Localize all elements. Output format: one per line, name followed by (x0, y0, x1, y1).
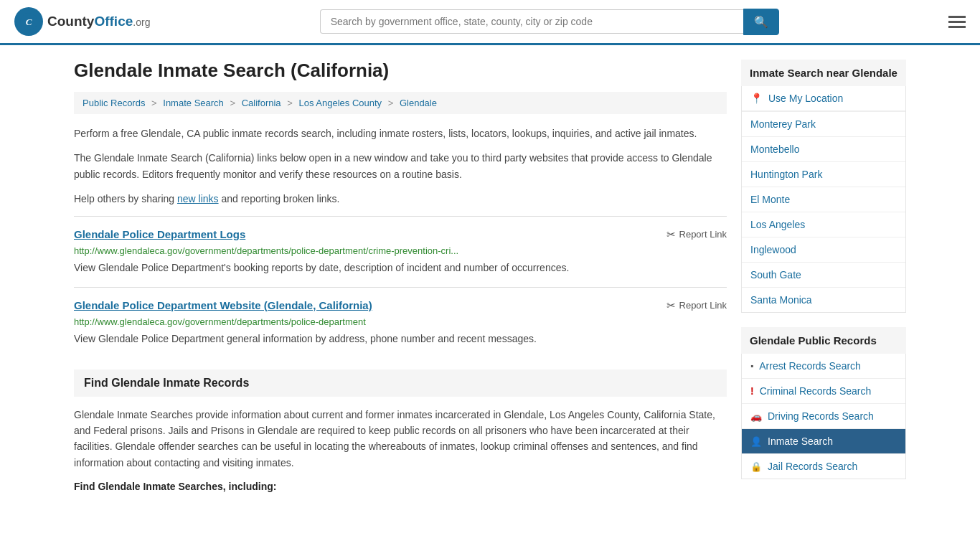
breadcrumb-sep-4: > (388, 98, 394, 108)
public-record-3[interactable]: 👤 Inmate Search (742, 429, 905, 454)
nearby-city-0[interactable]: Monterey Park (742, 112, 905, 137)
public-records-heading: Glendale Public Records (741, 327, 906, 354)
nearby-city-3[interactable]: El Monte (742, 187, 905, 212)
find-records-body: Glendale Inmate Searches provide informa… (74, 407, 727, 471)
resource-1-header: Glendale Police Department Logs ✂ Report… (74, 228, 727, 241)
find-records-section: Find Glendale Inmate Records Glendale In… (74, 369, 727, 493)
city-link-5[interactable]: Inglewood (742, 237, 905, 262)
criminal-records-link[interactable]: ! Criminal Records Search (742, 379, 905, 403)
car-icon: 🚗 (750, 411, 762, 422)
site-header: C CountyOffice.org 🔍 (0, 0, 980, 45)
use-my-location-link[interactable]: 📍 Use My Location (742, 86, 905, 111)
page-title: Glendale Inmate Search (California) (74, 60, 727, 82)
new-links-link[interactable]: new links (177, 193, 219, 204)
breadcrumb: Public Records > Inmate Search > Califor… (74, 92, 727, 114)
city-link-2[interactable]: Huntington Park (742, 162, 905, 187)
public-records-section: Glendale Public Records ▪ Arrest Records… (741, 327, 906, 479)
resource-2-desc: View Glendale Police Department general … (74, 331, 727, 347)
location-pin-icon: 📍 (750, 93, 763, 104)
arrest-icon: ▪ (750, 361, 753, 371)
city-link-3[interactable]: El Monte (742, 187, 905, 212)
nearby-city-2[interactable]: Huntington Park (742, 162, 905, 187)
resource-1-desc: View Glendale Police Department's bookin… (74, 260, 727, 276)
jail-records-label: Jail Records Search (768, 461, 857, 472)
criminal-icon: ! (750, 385, 754, 397)
nearby-cities-list: 📍 Use My Location Monterey Park Montebel… (741, 86, 906, 313)
report-link-1-label: Report Link (679, 229, 727, 240)
public-record-2[interactable]: 🚗 Driving Records Search (742, 404, 905, 429)
nearby-city-6[interactable]: South Gate (742, 263, 905, 288)
resource-2-header: Glendale Police Department Website (Glen… (74, 299, 727, 312)
desc-para1: Perform a free Glendale, CA public inmat… (74, 126, 727, 141)
logo-text: CountyOffice.org (47, 14, 150, 29)
report-link-2-label: Report Link (679, 300, 727, 311)
nearby-city-1[interactable]: Montebello (742, 137, 905, 162)
find-records-including: Find Glendale Inmate Searches, including… (74, 481, 727, 492)
arrest-records-label: Arrest Records Search (759, 360, 861, 372)
public-record-1[interactable]: ! Criminal Records Search (742, 379, 905, 404)
nearby-city-4[interactable]: Los Angeles (742, 212, 905, 237)
inmate-search-near-heading: Inmate Search near Glendale (741, 60, 906, 86)
search-button[interactable]: 🔍 (743, 9, 779, 35)
inmate-search-near-section: Inmate Search near Glendale 📍 Use My Loc… (741, 60, 906, 313)
search-input[interactable] (320, 9, 743, 34)
public-record-4[interactable]: 🔒 Jail Records Search (742, 454, 905, 479)
breadcrumb-california[interactable]: California (242, 98, 281, 108)
find-records-heading: Find Glendale Inmate Records (74, 369, 727, 397)
breadcrumb-sep-1: > (151, 98, 157, 108)
city-link-6[interactable]: South Gate (742, 263, 905, 287)
report-link-1-btn[interactable]: ✂ Report Link (666, 228, 727, 241)
resource-1-title[interactable]: Glendale Police Department Logs (74, 228, 245, 240)
driving-records-link[interactable]: 🚗 Driving Records Search (742, 404, 905, 428)
public-records-list: ▪ Arrest Records Search ! Criminal Recor… (741, 354, 906, 479)
resource-1: Glendale Police Department Logs ✂ Report… (74, 216, 727, 287)
breadcrumb-glendale[interactable]: Glendale (400, 98, 437, 108)
resource-2-url: http://www.glendaleca.gov/government/dep… (74, 316, 727, 327)
desc-para2: The Glendale Inmate Search (California) … (74, 150, 727, 182)
use-my-location-label: Use My Location (768, 93, 843, 104)
jail-records-link[interactable]: 🔒 Jail Records Search (742, 454, 905, 479)
resource-2: Glendale Police Department Website (Glen… (74, 287, 727, 358)
desc-para3-prefix: Help others by sharing (74, 193, 177, 204)
inmate-search-label: Inmate Search (768, 435, 833, 447)
description-area: Perform a free Glendale, CA public inmat… (74, 126, 727, 207)
breadcrumb-inmate-search[interactable]: Inmate Search (163, 98, 224, 108)
public-record-0[interactable]: ▪ Arrest Records Search (742, 354, 905, 379)
driving-records-label: Driving Records Search (768, 410, 874, 422)
resource-2-title[interactable]: Glendale Police Department Website (Glen… (74, 299, 372, 311)
arrest-records-link[interactable]: ▪ Arrest Records Search (742, 354, 905, 378)
breadcrumb-sep-2: > (230, 98, 235, 108)
city-link-1[interactable]: Montebello (742, 137, 905, 161)
search-icon: 🔍 (754, 16, 768, 28)
breadcrumb-public-records[interactable]: Public Records (83, 98, 145, 108)
sidebar: Inmate Search near Glendale 📍 Use My Loc… (741, 60, 906, 494)
svg-text:C: C (26, 17, 32, 27)
scissors-icon-1: ✂ (666, 228, 676, 241)
nearby-city-7[interactable]: Santa Monica (742, 288, 905, 312)
report-link-2-btn[interactable]: ✂ Report Link (666, 299, 727, 312)
city-link-7[interactable]: Santa Monica (742, 288, 905, 312)
city-link-0[interactable]: Monterey Park (742, 112, 905, 136)
menu-button[interactable] (948, 16, 966, 28)
desc-para3: Help others by sharing new links and rep… (74, 191, 727, 207)
search-bar: 🔍 (320, 9, 779, 35)
breadcrumb-los-angeles-county[interactable]: Los Angeles County (298, 98, 382, 108)
main-container: Glendale Inmate Search (California) Publ… (60, 45, 920, 508)
logo[interactable]: C CountyOffice.org (14, 7, 150, 36)
desc-para3-suffix: and reporting broken links. (219, 193, 340, 204)
breadcrumb-sep-3: > (287, 98, 293, 108)
scissors-icon-2: ✂ (666, 299, 676, 312)
content-area: Glendale Inmate Search (California) Publ… (74, 60, 727, 494)
nearby-city-5[interactable]: Inglewood (742, 237, 905, 263)
person-icon: 👤 (750, 436, 762, 447)
logo-icon: C (14, 7, 43, 36)
use-my-location-item[interactable]: 📍 Use My Location (742, 86, 905, 112)
inmate-search-link[interactable]: 👤 Inmate Search (742, 429, 905, 453)
resource-1-url: http://www.glendaleca.gov/government/dep… (74, 245, 727, 256)
criminal-records-label: Criminal Records Search (760, 385, 872, 397)
city-link-4[interactable]: Los Angeles (742, 212, 905, 237)
lock-icon: 🔒 (750, 461, 762, 472)
